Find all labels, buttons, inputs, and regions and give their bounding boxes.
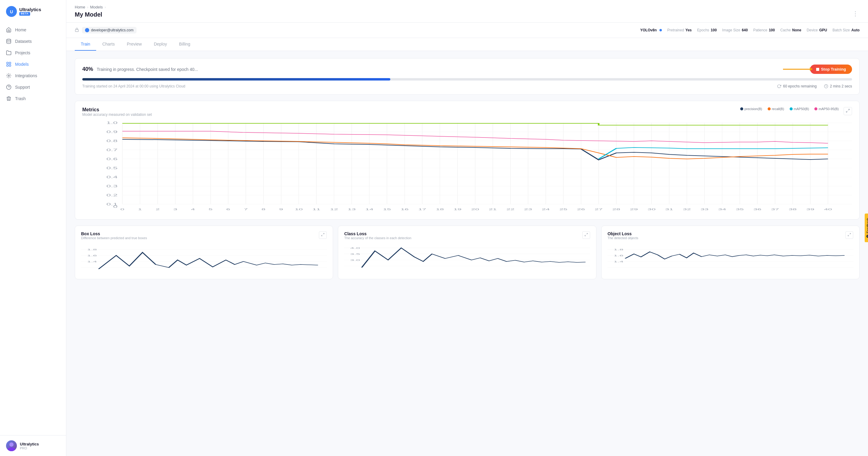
expand-class-loss-button[interactable] [582, 231, 590, 239]
legend-precision: precision(B) [740, 107, 762, 111]
expand-icon [846, 109, 850, 113]
svg-line-14 [848, 109, 849, 110]
svg-line-137 [849, 233, 851, 235]
svg-rect-3 [7, 62, 8, 64]
cache-meta: Cache None [780, 28, 801, 32]
object-loss-card: Object Loss The detected objects [601, 226, 860, 279]
svg-text:23: 23 [524, 208, 532, 211]
svg-text:0.8: 0.8 [106, 139, 118, 143]
email-value: developer@ultralytics.com [91, 28, 133, 32]
svg-text:19: 19 [454, 208, 462, 211]
more-options-button[interactable]: ⋮ [851, 9, 860, 19]
object-loss-subtitle: The detected objects [608, 236, 638, 240]
refresh-icon [777, 84, 781, 88]
svg-line-138 [848, 235, 849, 236]
svg-text:U: U [10, 9, 13, 14]
svg-text:16: 16 [401, 208, 409, 211]
svg-line-119 [323, 233, 324, 235]
user-avatar [6, 440, 17, 451]
svg-point-11 [7, 447, 16, 451]
svg-text:18: 18 [436, 208, 444, 211]
tab-train[interactable]: Train [75, 38, 96, 51]
sidebar-item-trash[interactable]: Trash [0, 93, 66, 104]
feedback-label: Feedback [866, 218, 868, 233]
class-loss-title: Class Loss [344, 231, 411, 236]
svg-text:9: 9 [279, 208, 283, 211]
feedback-tab[interactable]: ? Feedback [865, 214, 868, 243]
expand-box-loss-button[interactable] [319, 231, 327, 239]
class-loss-card: Class Loss The accuracy of the classes i… [338, 226, 596, 279]
progress-bar-fill [82, 78, 390, 81]
sidebar-item-home[interactable]: Home [0, 24, 66, 36]
integrations-icon [6, 73, 11, 78]
folder-icon [6, 50, 11, 56]
svg-text:26: 26 [577, 208, 585, 211]
user-name: Ultralytics [20, 442, 39, 446]
svg-text:3: 3 [173, 208, 177, 211]
image-size-meta: Image Size 640 [722, 28, 748, 32]
box-loss-subtitle: Difference between predicted and true bo… [81, 236, 147, 240]
support-icon [6, 84, 11, 90]
sidebar-item-models[interactable]: Models [0, 58, 66, 70]
tab-billing[interactable]: Billing [173, 38, 196, 51]
clock-icon [824, 84, 828, 88]
box-loss-chart: 1.8 1.6 1.4 [81, 244, 327, 274]
svg-text:7: 7 [244, 208, 248, 211]
device-meta: Device GPU [807, 28, 827, 32]
batch-size-meta: Batch Size Auto [832, 28, 860, 32]
home-icon [6, 27, 11, 33]
svg-text:15: 15 [383, 208, 391, 211]
expand-metrics-button[interactable] [844, 107, 852, 115]
svg-text:24: 24 [541, 208, 550, 211]
svg-line-128 [587, 233, 588, 235]
svg-text:29: 29 [630, 208, 638, 211]
epochs-meta: Epochs 100 [697, 28, 717, 32]
sidebar-item-home-label: Home [15, 27, 26, 32]
stop-training-button[interactable]: Stop Training [810, 64, 852, 74]
svg-rect-12 [75, 30, 79, 31]
class-loss-chart: 4.0 3.5 3.0 [344, 244, 590, 274]
svg-text:0.5: 0.5 [106, 167, 118, 170]
tab-charts[interactable]: Charts [96, 38, 121, 51]
svg-text:38: 38 [789, 208, 797, 211]
svg-text:37: 37 [771, 208, 779, 211]
main-content: Home › Models › My Model ⋮ developer@ult… [66, 0, 868, 456]
sidebar-item-projects-label: Projects [15, 50, 30, 55]
svg-text:0: 0 [120, 208, 124, 211]
sidebar: U Ultralytics BETA Home [0, 0, 66, 456]
database-icon [6, 38, 11, 44]
svg-text:30: 30 [648, 208, 656, 211]
metrics-chart: 1.0 0.9 0.8 0.7 0.6 0.5 0.4 0.3 0.2 0.1 … [82, 123, 852, 213]
tab-preview[interactable]: Preview [121, 38, 148, 51]
sidebar-item-support[interactable]: Support [0, 81, 66, 93]
stop-icon [816, 68, 819, 71]
svg-text:1.0: 1.0 [106, 121, 118, 124]
metrics-legend: precision(B) recall(B) mAP50(B) mAP [740, 107, 839, 111]
breadcrumb-home[interactable]: Home [75, 5, 85, 9]
svg-point-10 [9, 443, 13, 447]
sidebar-item-integrations[interactable]: Integrations [0, 70, 66, 81]
legend-recall: recall(B) [768, 107, 784, 111]
svg-text:21: 21 [489, 208, 497, 211]
svg-text:12: 12 [330, 208, 338, 211]
svg-text:5: 5 [209, 208, 213, 211]
expand-object-loss-button[interactable] [845, 231, 853, 239]
content-area: 40% Training in progress. Checkpoint sav… [66, 51, 868, 456]
svg-text:25: 25 [559, 208, 567, 211]
svg-text:31: 31 [665, 208, 673, 211]
svg-text:1.6: 1.6 [87, 254, 97, 257]
svg-text:1.8: 1.8 [614, 248, 623, 251]
legend-map50: mAP50(B) [789, 107, 809, 111]
metrics-card: Metrics Model accuracy measured on valid… [75, 101, 860, 220]
svg-rect-4 [9, 62, 11, 64]
sidebar-item-projects[interactable]: Projects [0, 47, 66, 58]
sidebar-item-datasets[interactable]: Datasets [0, 36, 66, 47]
svg-text:35: 35 [736, 208, 744, 211]
arrow-head [810, 67, 813, 71]
tab-deploy[interactable]: Deploy [148, 38, 173, 51]
svg-text:0.4: 0.4 [106, 175, 118, 179]
progress-bar [82, 78, 852, 81]
breadcrumb-models[interactable]: Models [90, 5, 103, 9]
arrow-line [783, 69, 810, 70]
small-charts-row: Box Loss Difference between predicted an… [75, 226, 860, 279]
